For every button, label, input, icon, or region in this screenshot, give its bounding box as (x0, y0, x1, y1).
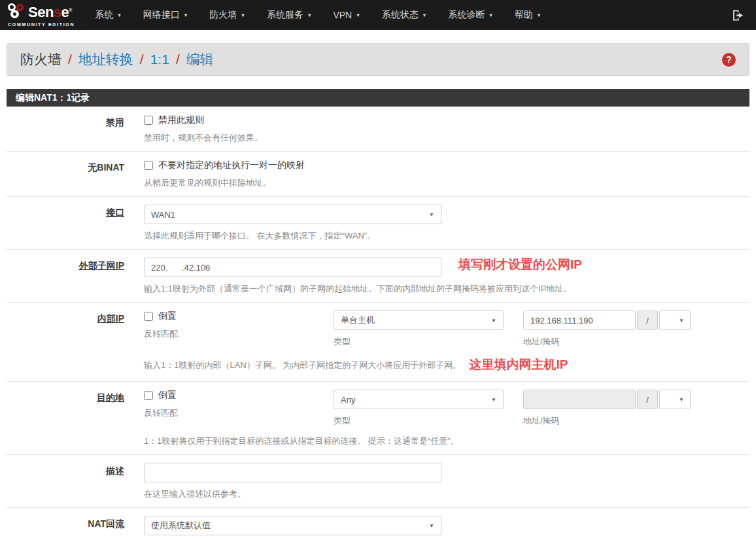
help-text: 选择此规则适用于哪个接口。 在大多数情况下，指定“WAN”。 (144, 230, 749, 241)
help-text: 在这里输入描述以供参考。 (144, 488, 749, 499)
nat-reflection-select[interactable]: 使用系统默认值 ▼ (144, 516, 441, 535)
edit-nat-panel: 编辑NAT1：1记录 禁用 禁用此规则 禁用时，规则不会有任何效果。 无BINA… (7, 89, 749, 536)
nobinat-checkbox[interactable] (144, 161, 153, 170)
main-menu: 系统▾ 网络接口▾ 防火墙▾ 系统服务▾ VPN▾ 系统状态▾ 系统诊断▾ 帮助… (84, 0, 551, 30)
chevron-down-icon: ▼ (429, 523, 434, 529)
chevron-down-icon: ▼ (491, 397, 496, 403)
field-label: 描述 (7, 463, 124, 499)
row-disabled: 禁用 禁用此规则 禁用时，规则不会有任何效果。 (7, 107, 749, 152)
checkbox-label[interactable]: 禁用此规则 (158, 114, 204, 126)
chevron-down-icon: ▾ (308, 12, 311, 18)
field-label: NAT回流 (7, 516, 124, 535)
sub-label: 反转匹配 (144, 407, 334, 419)
checkbox-label[interactable]: 倒置 (158, 390, 177, 401)
chevron-down-icon: ▾ (489, 12, 492, 18)
checkbox-label[interactable]: 不要对指定的地址执行一对一的映射 (158, 159, 305, 171)
chevron-down-icon: ▾ (184, 12, 188, 18)
slash-separator: / (637, 390, 658, 409)
menu-vpn[interactable]: VPN▾ (322, 0, 370, 30)
external-subnet-input[interactable] (144, 258, 441, 277)
field-label: 接口 (7, 205, 124, 241)
menu-interfaces[interactable]: 网络接口▾ (132, 0, 199, 30)
row-nobinat: 无BINAT 不要对指定的地址执行一对一的映射 从稍后更常见的规则中排除地址。 (7, 152, 749, 197)
sub-label: 地址/掩码 (523, 415, 691, 427)
chevron-down-icon: ▾ (538, 12, 541, 18)
destination-type-select[interactable]: Any ▼ (334, 390, 504, 409)
menu-help[interactable]: 帮助▾ (504, 0, 552, 30)
panel-title: 编辑NAT1：1记录 (7, 89, 749, 107)
chevron-down-icon: ▾ (356, 12, 360, 18)
chevron-down-icon: ▼ (679, 397, 684, 403)
help-text: 输入1：1映射的内部（LAN）子网。 为内部子网指定的子网大小将应用于外部子网。 (144, 360, 461, 371)
slash-separator: / (637, 310, 658, 330)
sub-label: 类型 (334, 336, 504, 348)
chevron-down-icon: ▼ (429, 212, 434, 218)
field-label: 禁用 (7, 114, 124, 143)
sub-label: 类型 (334, 415, 504, 427)
menu-firewall[interactable]: 防火墙▾ (198, 0, 256, 30)
brand-text: Sense® (28, 3, 72, 20)
chevron-down-icon: ▼ (679, 318, 684, 324)
breadcrumb-nat-link[interactable]: 地址转换 (78, 50, 133, 69)
destination-invert-checkbox[interactable] (144, 391, 153, 400)
destination-address-input (523, 390, 636, 409)
help-text: 禁用时，规则不会有任何效果。 (144, 132, 749, 143)
menu-status[interactable]: 系统状态▾ (371, 0, 438, 30)
breadcrumb-edit-link[interactable]: 编辑 (186, 50, 214, 69)
chevron-down-icon: ▼ (491, 318, 496, 324)
row-interface: 接口 WAN1 ▼ 选择此规则适用于哪个接口。 在大多数情况下，指定“WAN”。 (7, 197, 749, 250)
destination-mask-select[interactable]: ▼ (659, 390, 691, 409)
chevron-down-icon: ▾ (118, 12, 121, 18)
internal-address-input[interactable] (523, 310, 636, 330)
disable-rule-checkbox[interactable] (144, 116, 153, 125)
field-label: 外部子网IP (7, 258, 124, 294)
checkbox-label[interactable]: 倒置 (158, 310, 177, 322)
row-external-subnet: 外部子网IP 填写刚才设置的公网IP 输入1:1映射为外部（通常是一个广域网）的… (7, 250, 749, 303)
sub-label: 反转匹配 (144, 328, 334, 340)
question-circle-icon[interactable]: ? (722, 53, 736, 67)
pfsense-logo: Sense® COMMUNITY EDITION (8, 3, 75, 27)
breadcrumb-separator: / (68, 52, 72, 67)
menu-system[interactable]: 系统▾ (84, 0, 132, 30)
help-text: 输入1:1映射为外部（通常是一个广域网）的子网的起始地址。下面的内部地址的子网掩… (144, 283, 749, 294)
internal-type-select[interactable]: 单台主机 ▼ (334, 310, 504, 330)
pfsense-logo-icon (8, 3, 28, 21)
row-description: 描述 在这里输入描述以供参考。 (7, 455, 749, 508)
help-text: 从稍后更常见的规则中排除地址。 (144, 177, 749, 188)
edition-label: COMMUNITY EDITION (8, 22, 75, 27)
row-nat-reflection: NAT回流 使用系统默认值 ▼ (7, 508, 749, 536)
breadcrumb: 防火墙 / 地址转换 / 1:1 / 编辑 ? (7, 43, 749, 76)
description-input[interactable] (144, 463, 441, 482)
field-label: 内部IP (7, 310, 124, 373)
top-navbar: Sense® COMMUNITY EDITION 系统▾ 网络接口▾ 防火墙▾ … (0, 0, 756, 30)
internal-invert-checkbox[interactable] (144, 312, 153, 321)
menu-diagnostics[interactable]: 系统诊断▾ (437, 0, 504, 30)
annotation-lan-host-ip: 这里填内网主机IP (469, 356, 568, 373)
breadcrumb-1to1-link[interactable]: 1:1 (150, 52, 169, 67)
field-label: 目的地 (7, 390, 124, 446)
help-text: 1：1映射将仅用于到指定目标的连接或从指定目标的连接。 提示：这通常是“任意”。 (144, 435, 459, 446)
field-label: 无BINAT (7, 159, 124, 188)
internal-mask-select[interactable]: ▼ (659, 310, 691, 330)
row-internal-ip: 内部IP 倒置 反转匹配 单台主机 ▼ (7, 303, 749, 382)
annotation-public-ip: 填写刚才设置的公网IP (458, 256, 582, 273)
breadcrumb-firewall: 防火墙 (20, 50, 61, 69)
sign-out-icon[interactable] (728, 9, 748, 22)
breadcrumb-separator: / (176, 52, 180, 67)
interface-select[interactable]: WAN1 ▼ (144, 205, 441, 224)
breadcrumb-separator: / (140, 52, 144, 67)
chevron-down-icon: ▾ (241, 12, 245, 18)
row-destination: 目的地 倒置 反转匹配 Any ▼ (7, 382, 749, 455)
sub-label: 地址/掩码 (523, 336, 691, 348)
chevron-down-icon: ▾ (423, 12, 426, 18)
menu-services[interactable]: 系统服务▾ (256, 0, 322, 30)
